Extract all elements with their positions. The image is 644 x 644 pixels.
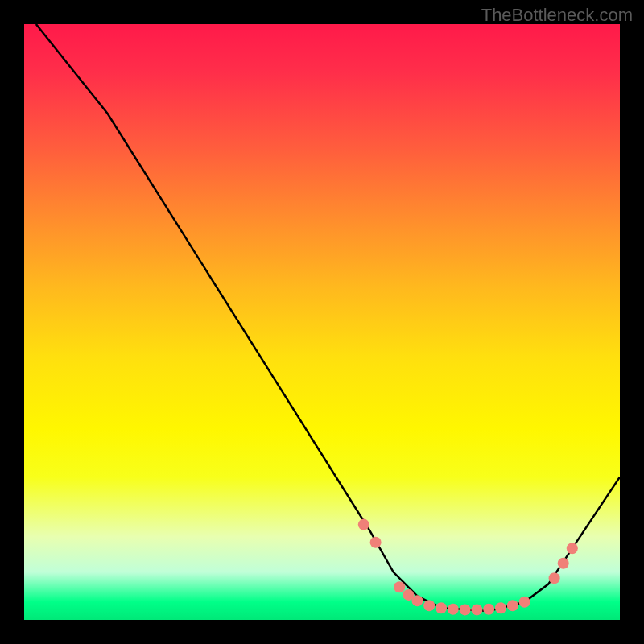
data-marker — [471, 604, 482, 615]
data-marker — [436, 602, 447, 613]
chart-svg — [24, 24, 620, 620]
data-marker — [567, 543, 578, 554]
data-marker — [460, 604, 471, 615]
data-marker — [549, 572, 560, 584]
data-marker — [519, 597, 530, 608]
watermark-text: TheBottleneck.com — [481, 5, 633, 26]
data-marker — [558, 558, 569, 569]
data-marker — [370, 537, 382, 548]
data-marker — [483, 604, 494, 615]
data-marker — [507, 600, 518, 611]
data-marker — [448, 604, 459, 615]
data-marker — [394, 581, 405, 592]
chart-plot-area — [24, 24, 620, 620]
data-marker — [411, 595, 423, 606]
data-marker — [495, 602, 506, 613]
data-marker — [358, 519, 369, 530]
data-marker — [423, 600, 435, 611]
curve-line — [36, 24, 620, 611]
